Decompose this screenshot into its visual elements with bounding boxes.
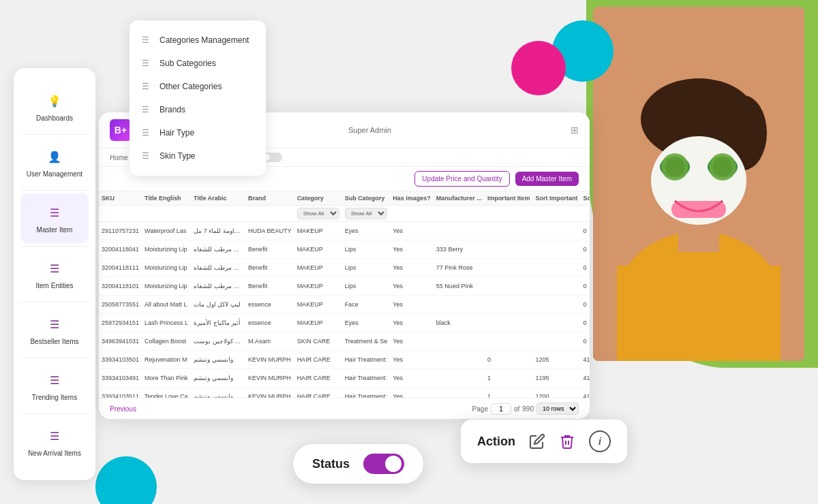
table-cell: [485, 259, 533, 277]
breadcrumb-home[interactable]: Home: [110, 154, 128, 161]
table-cell: Yes: [390, 277, 434, 296]
table-cell: 77 Pink Rose: [434, 259, 485, 277]
rows-select[interactable]: 10 rows 25 rows 50 rows: [536, 403, 579, 415]
table-cell: Yes: [390, 388, 434, 398]
of-label: of: [514, 405, 519, 413]
sidebar-item-dashboards[interactable]: 💡 Dashboards: [20, 82, 89, 131]
info-button[interactable]: i: [589, 430, 611, 452]
sub-category-filter[interactable]: Show All: [345, 208, 387, 219]
dropdown-other-categories[interactable]: ☰ Other Categories: [130, 75, 266, 98]
dropdown-hair-type[interactable]: ☰ Hair Type: [130, 121, 266, 144]
table-cell: 0: [580, 259, 590, 277]
bestseller-icon: ☰: [45, 315, 64, 334]
table-row: 32004118111Moisturizing Lipبلسم مرطب للش…: [99, 259, 590, 277]
table-cell: 33934103491: [99, 369, 142, 388]
table-cell: MAKEUP: [294, 222, 342, 240]
update-price-button[interactable]: Update Price and Quantity: [414, 171, 509, 187]
table-cell: 0: [485, 351, 533, 369]
page-number-input[interactable]: [491, 403, 511, 415]
dashboards-icon: 💡: [45, 91, 64, 110]
dropdown-hair-type-label: Hair Type: [160, 128, 194, 138]
table-cell: 1: [485, 369, 533, 388]
admin-label: Super Admin: [348, 126, 391, 134]
table-cell: Yes: [390, 369, 434, 388]
table-cell: لیپ لاکل اول مات: [191, 296, 245, 314]
table-cell: وابسمي وتبشم: [191, 369, 245, 388]
table-cell: Yes: [390, 332, 434, 351]
table-cell: [532, 240, 580, 259]
dropdown-menu: ☰ Categories Management ☰ Sub Categories…: [130, 20, 266, 176]
table-cell: Hair Treatment:: [342, 388, 391, 398]
table-cell: 0: [580, 222, 590, 240]
table-cell: MAKEUP: [294, 240, 342, 259]
table-cell: SKIN CARE: [294, 332, 342, 351]
table-row: 33934103491More Than Pinkوابسمي وتبشمKEV…: [99, 369, 590, 388]
sidebar-item-master-item[interactable]: ☰ Master Item: [20, 193, 89, 243]
category-filter[interactable]: Show All: [297, 208, 339, 219]
table-cell: 32004118101: [99, 277, 142, 296]
table-cell: KEVIN MURPH: [245, 388, 294, 398]
brands-icon: ☰: [142, 105, 153, 114]
table-cell: 0: [580, 277, 590, 296]
table-cell: Yes: [390, 240, 434, 259]
sidebar-item-user-management[interactable]: 👤 User Management: [20, 138, 89, 187]
dropdown-categories[interactable]: ☰ Categories Management: [130, 29, 266, 52]
expand-icon[interactable]: ⊞: [571, 125, 579, 136]
table-cell: HUDA BEAUTY: [245, 222, 294, 240]
sidebar-item-bestseller[interactable]: ☰ Bestseller Items: [20, 305, 89, 355]
table-cell: Moisturizing Lip: [142, 277, 191, 296]
dropdown-other-categories-label: Other Categories: [160, 82, 222, 91]
dropdown-brands[interactable]: ☰ Brands: [130, 98, 266, 121]
dropdown-skin-type[interactable]: ☰ Skin Type: [130, 144, 266, 168]
dropdown-skin-type-label: Skin Type: [160, 151, 195, 161]
table-cell: black: [434, 314, 485, 332]
table-cell: Yes: [390, 222, 434, 240]
add-master-item-button[interactable]: Add Master Item: [515, 172, 579, 186]
table-cell: [434, 222, 485, 240]
table-cell: [434, 388, 485, 398]
svg-point-13: [713, 157, 732, 176]
sidebar-item-trending[interactable]: ☰ Trending Items: [20, 361, 89, 411]
table-cell: HAIR CARE: [294, 351, 342, 369]
trending-icon: ☰: [45, 371, 64, 390]
table-row: 25972934151Lash Princess Lأثیر ماكياج ال…: [99, 314, 590, 332]
sidebar-divider-5: [20, 358, 89, 358]
table-cell: Benefit: [245, 240, 294, 259]
table-cell: Face: [342, 296, 391, 314]
col-brand: Brand: [245, 191, 294, 206]
page-label: Page: [472, 405, 488, 413]
sub-categories-icon: ☰: [142, 59, 153, 68]
col-title-ar: Title Arabic: [191, 191, 245, 206]
delete-button[interactable]: [559, 433, 575, 450]
table-cell: All about Matt L: [142, 296, 191, 314]
table-cell: Collagen Boost: [142, 332, 191, 351]
table-cell: أثیر ماكياج الأميرة: [191, 314, 245, 332]
table-cell: [532, 277, 580, 296]
sidebar-divider-2: [20, 190, 89, 191]
table-cell: Lips: [342, 240, 391, 259]
sidebar-label-new-arrival: New Arrival Items: [28, 450, 81, 457]
prev-button[interactable]: Previous: [110, 405, 136, 413]
table-cell: ماسكارا مقاومة للماء 7 مل: [191, 222, 245, 240]
sidebar: 💡 Dashboards 👤 User Management ☰ Master …: [14, 68, 95, 480]
page-nav: Previous: [110, 405, 136, 413]
sidebar-divider-4: [20, 302, 89, 302]
edit-button[interactable]: [529, 433, 545, 450]
table-cell: وابسمي وتبشم: [191, 388, 245, 398]
table-cell: Moisturizing Lip: [142, 259, 191, 277]
sidebar-item-new-arrival[interactable]: ☰ New Arrival Items: [20, 417, 89, 467]
delete-icon: [559, 433, 575, 450]
table-body: 29110757231Waterproof Lasماسكارا مقاومة …: [99, 222, 590, 398]
sidebar-item-item-entities[interactable]: ☰ Item Entities: [20, 249, 89, 299]
table-cell: بلسم مرطب للشفاه: [191, 277, 245, 296]
sidebar-label-dashboards: Dashboards: [36, 114, 73, 122]
table-cell: 1200: [532, 388, 580, 398]
total-pages: 990: [522, 405, 534, 413]
table-cell: 34963941031: [99, 332, 142, 351]
table-cell: Waterproof Las: [142, 222, 191, 240]
svg-point-11: [665, 157, 684, 176]
status-toggle[interactable]: [363, 454, 404, 474]
table-cell: 1205: [532, 351, 580, 369]
dropdown-sub-categories[interactable]: ☰ Sub Categories: [130, 52, 266, 75]
table-cell: وابسمي وتبشم: [191, 351, 245, 369]
